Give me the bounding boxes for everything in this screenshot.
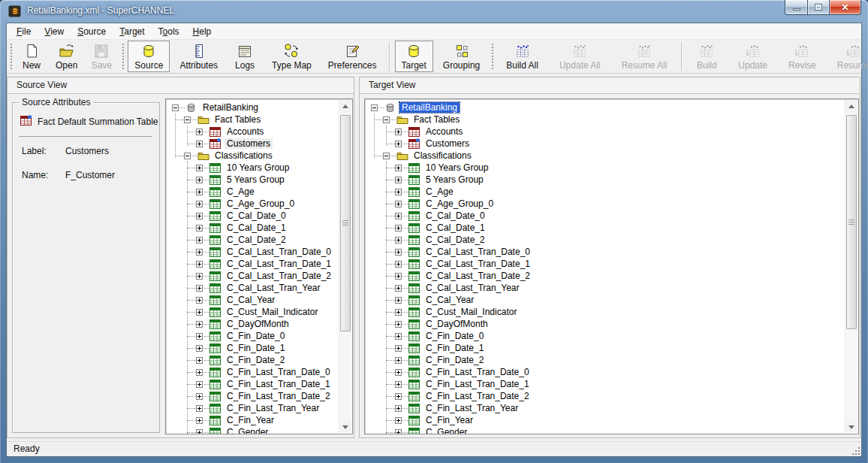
- expand-icon[interactable]: [395, 345, 402, 352]
- expand-icon[interactable]: [196, 273, 203, 280]
- tree-node-c-cal-last-tran-date-1[interactable]: C_Cal_Last_Tran_Date_1: [368, 258, 845, 270]
- expand-icon[interactable]: [395, 201, 402, 207]
- tree-node-c-cal-last-tran-date-2[interactable]: C_Cal_Last_Tran_Date_2: [169, 270, 339, 282]
- tree-node-label[interactable]: C_Fin_Date_2: [225, 355, 287, 365]
- tree-node-c-gender[interactable]: C_Gender: [169, 426, 339, 434]
- tree-node-c-cal-date-1[interactable]: C_Cal_Date_1: [169, 222, 339, 234]
- tree-node-c-fin-last-tran-date-0[interactable]: C_Fin_Last_Tran_Date_0: [169, 366, 339, 378]
- expand-icon[interactable]: [196, 165, 203, 171]
- tree-node-c-cal-date-0[interactable]: C_Cal_Date_0: [169, 210, 339, 222]
- tree-node-label[interactable]: 5 Years Group: [225, 174, 287, 185]
- expand-icon[interactable]: [395, 309, 402, 316]
- expand-icon[interactable]: [395, 261, 402, 268]
- tree-node-accounts[interactable]: Accounts: [368, 126, 845, 138]
- tree-node-c-dayofmonth[interactable]: C_DayOfMonth: [368, 318, 845, 330]
- expand-icon[interactable]: [395, 321, 402, 328]
- tree-node-c-gender[interactable]: C_Gender: [368, 426, 845, 434]
- expand-icon[interactable]: [395, 273, 402, 280]
- tree-node-label[interactable]: C_Cal_Last_Tran_Year: [225, 283, 323, 293]
- tree-node-label[interactable]: RetailBanking: [200, 102, 261, 113]
- tree-node-10-years-group[interactable]: 10 Years Group: [368, 162, 845, 174]
- vertical-scrollbar[interactable]: [845, 100, 857, 433]
- menu-help[interactable]: Help: [186, 24, 219, 39]
- tree-node-accounts[interactable]: Accounts: [169, 126, 339, 138]
- expand-icon[interactable]: [196, 405, 203, 412]
- tree-node-c-age[interactable]: C_Age: [169, 186, 339, 198]
- tree-node-label[interactable]: Accounts: [225, 126, 266, 137]
- toolbar-button-logs[interactable]: Logs: [228, 41, 262, 72]
- tree-node-label[interactable]: C_Fin_Last_Tran_Date_0: [225, 367, 333, 377]
- expand-icon[interactable]: [196, 237, 203, 244]
- tree-node-retailbanking[interactable]: RetailBanking: [368, 101, 845, 113]
- tree-node-label[interactable]: C_Fin_Last_Tran_Date_1: [225, 379, 333, 389]
- tree-node-c-fin-last-tran-date-2[interactable]: C_Fin_Last_Tran_Date_2: [169, 390, 339, 402]
- tree-node-classifications[interactable]: Classifications: [368, 150, 845, 162]
- tree-node-c-cal-year[interactable]: C_Cal_Year: [368, 294, 845, 306]
- tree-node-label[interactable]: C_Fin_Year: [225, 415, 276, 425]
- expand-icon[interactable]: [395, 417, 402, 424]
- expand-icon[interactable]: [196, 297, 203, 304]
- toolbar-button-target[interactable]: Target: [395, 41, 433, 72]
- tree-node-label[interactable]: C_Fin_Last_Tran_Year: [423, 403, 520, 413]
- expand-icon[interactable]: [395, 141, 402, 147]
- tree-node-label[interactable]: RetailBanking: [399, 102, 460, 113]
- vertical-scrollbar[interactable]: [339, 100, 351, 433]
- scroll-down-button[interactable]: [339, 421, 351, 433]
- tree-node-label[interactable]: 5 Years Group: [423, 174, 486, 185]
- tree-node-c-age[interactable]: C_Age: [368, 186, 845, 198]
- expand-icon[interactable]: [196, 345, 203, 352]
- expand-icon[interactable]: [196, 333, 203, 340]
- tree-node-c-cal-last-tran-year[interactable]: C_Cal_Last_Tran_Year: [368, 282, 845, 294]
- tree-node-c-cal-last-tran-date-1[interactable]: C_Cal_Last_Tran_Date_1: [169, 258, 339, 270]
- tree-node-c-fin-date-2[interactable]: C_Fin_Date_2: [169, 354, 339, 366]
- scroll-down-button[interactable]: [845, 421, 857, 433]
- tree-node-label[interactable]: C_DayOfMonth: [225, 319, 291, 329]
- tree-node-label[interactable]: C_Cal_Last_Tran_Date_0: [423, 247, 532, 257]
- tree-node-label[interactable]: C_Age_Group_0: [225, 198, 297, 209]
- expand-icon[interactable]: [395, 177, 402, 183]
- expand-icon[interactable]: [196, 129, 203, 135]
- expand-icon[interactable]: [196, 213, 203, 219]
- tree-node-c-cal-last-tran-date-2[interactable]: C_Cal_Last_Tran_Date_2: [368, 270, 845, 282]
- expand-icon[interactable]: [196, 429, 203, 435]
- expand-icon[interactable]: [395, 357, 402, 364]
- tree-node-label[interactable]: C_Cal_Date_0: [225, 210, 288, 221]
- toolbar-button-preferences[interactable]: Preferences: [321, 41, 384, 72]
- tree-node-classifications[interactable]: Classifications: [169, 150, 339, 162]
- menu-file[interactable]: File: [10, 24, 38, 39]
- menu-target[interactable]: Target: [113, 24, 151, 39]
- menu-tools[interactable]: Tools: [152, 24, 186, 39]
- tree-node-label[interactable]: C_DayOfMonth: [423, 319, 490, 329]
- scrollbar-thumb[interactable]: [846, 115, 857, 329]
- collapse-icon[interactable]: [184, 117, 191, 123]
- expand-icon[interactable]: [196, 285, 203, 292]
- tree-node-label[interactable]: C_Cal_Last_Tran_Date_0: [225, 247, 333, 257]
- tree-node-label[interactable]: 10 Years Group: [423, 162, 490, 173]
- expand-icon[interactable]: [395, 237, 402, 244]
- tree-node-label[interactable]: C_Cal_Last_Tran_Date_2: [423, 271, 532, 281]
- tree-node-label[interactable]: C_Fin_Date_0: [225, 331, 287, 341]
- expand-icon[interactable]: [196, 141, 203, 147]
- tree-node-label[interactable]: C_Fin_Date_2: [423, 355, 486, 365]
- tree-node-c-cal-date-2[interactable]: C_Cal_Date_2: [368, 234, 845, 246]
- expand-icon[interactable]: [395, 297, 402, 304]
- tree-node-c-cal-date-0[interactable]: C_Cal_Date_0: [368, 210, 845, 222]
- tree-node-label[interactable]: C_Fin_Last_Tran_Date_1: [423, 379, 532, 389]
- expand-icon[interactable]: [395, 225, 402, 232]
- tree-node-c-cal-last-tran-date-0[interactable]: C_Cal_Last_Tran_Date_0: [169, 246, 339, 258]
- tree-node-c-fin-last-tran-date-2[interactable]: C_Fin_Last_Tran_Date_2: [368, 390, 845, 402]
- tree-node-fact-tables[interactable]: Fact Tables: [169, 113, 339, 126]
- collapse-icon[interactable]: [383, 117, 390, 123]
- tree-node-c-fin-date-1[interactable]: C_Fin_Date_1: [169, 342, 339, 354]
- scrollbar-thumb[interactable]: [340, 115, 351, 331]
- tree-node-customers[interactable]: Customers: [169, 138, 339, 150]
- expand-icon[interactable]: [395, 393, 402, 400]
- collapse-icon[interactable]: [172, 104, 179, 111]
- tree-node-c-fin-year[interactable]: C_Fin_Year: [169, 414, 339, 426]
- tree-node-label[interactable]: Classifications: [411, 150, 474, 161]
- collapse-icon[interactable]: [371, 104, 378, 111]
- expand-icon[interactable]: [395, 405, 402, 412]
- tree-node-c-dayofmonth[interactable]: C_DayOfMonth: [169, 318, 339, 330]
- maximize-button[interactable]: [808, 0, 830, 15]
- tree-node-label[interactable]: C_Fin_Last_Tran_Date_2: [225, 391, 333, 401]
